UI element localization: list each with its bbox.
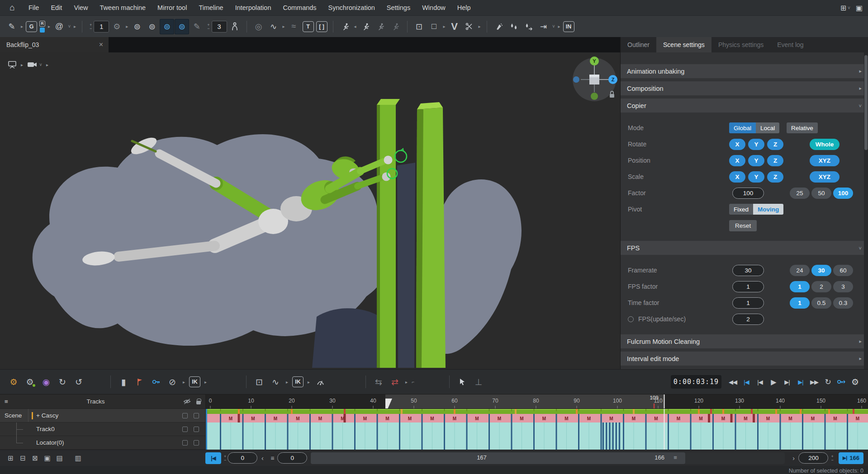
mode-global-button[interactable]: Global (729, 122, 756, 133)
track-checkbox[interactable] (182, 427, 188, 432)
t-pose-badge[interactable]: T (303, 21, 314, 32)
m-marker[interactable]: M (744, 416, 747, 421)
track-checkbox[interactable] (182, 440, 188, 446)
m-marker[interactable]: M (699, 416, 702, 421)
tracks-menu-icon[interactable]: ≡ (5, 398, 8, 405)
spray-tool-button[interactable] (492, 19, 506, 34)
viewport-3d[interactable]: ▸ ˅ ▸ Y (0, 52, 620, 369)
timecode-display[interactable]: 0:00:03:19 (671, 375, 721, 389)
position-y-button[interactable]: Y (748, 155, 764, 166)
ghost-trail-button[interactable]: ⇆ (371, 374, 386, 390)
start-frame-stepper[interactable]: +− (224, 455, 226, 462)
go-to-start-button[interactable]: |◀ (205, 452, 221, 464)
frame-selection-button[interactable]: ⊡ (252, 374, 266, 390)
m-marker[interactable]: M (677, 416, 680, 421)
timeline-canvas[interactable]: 0102030405060708090100110120130140150160… (206, 394, 868, 450)
time-factor-05-button[interactable]: 0.5 (811, 297, 831, 309)
framerate-input[interactable]: 30 (732, 265, 764, 276)
menu-settings[interactable]: Settings (381, 2, 416, 14)
chevron-right-icon[interactable]: ▸ (281, 19, 286, 34)
m-marker[interactable]: M (408, 416, 412, 421)
gizmo-lock-icon[interactable] (610, 91, 614, 98)
m-marker[interactable]: M (475, 416, 479, 421)
chevron-right-icon[interactable]: ▸ (19, 19, 24, 34)
playback-settings-button[interactable]: ⚙ (848, 375, 862, 389)
tab-scene-settings[interactable]: Scene settings (656, 37, 711, 52)
document-tab[interactable]: Backflip_03 × (0, 37, 109, 52)
fps-update-input[interactable]: 2 (732, 314, 764, 325)
camera-frame-button[interactable]: ⊡ (412, 19, 427, 34)
position-z-button[interactable]: Z (767, 155, 783, 166)
framerate-60-button[interactable]: 60 (833, 265, 853, 276)
close-icon[interactable]: × (99, 41, 103, 49)
suppress-button[interactable]: ⊘ (165, 374, 180, 390)
chevron-right-icon[interactable]: ▸ (72, 19, 77, 34)
end-frame-badge[interactable]: ▶| 166 (839, 452, 863, 464)
m-marker[interactable]: M (430, 416, 434, 421)
m-marker[interactable]: M (564, 416, 568, 421)
menu-tween-machine[interactable]: Tween machine (94, 2, 152, 14)
framerate-30-button[interactable]: 30 (811, 265, 831, 276)
m-marker[interactable]: M (721, 416, 725, 421)
position-xyz-button[interactable]: XYZ (810, 155, 840, 166)
run-mirror-button[interactable] (388, 19, 403, 34)
chevron-right-icon[interactable]: ▸ (306, 374, 311, 390)
m-marker[interactable]: M (341, 416, 344, 421)
keying-mode-4-button[interactable]: ⊚ (175, 19, 189, 34)
metronome-button[interactable] (313, 374, 327, 390)
cut-tool-button[interactable] (462, 19, 477, 34)
scale-xyz-button[interactable]: XYZ (810, 171, 840, 183)
menu-commands[interactable]: Commands (277, 2, 322, 14)
rotate-y-button[interactable]: Y (748, 139, 764, 150)
ik-badge[interactable]: IK (189, 376, 200, 387)
chevron-right-icon[interactable]: ▸ (124, 19, 129, 34)
chevron-right-icon[interactable]: ▸ (203, 374, 208, 390)
track-label[interactable]: Track0 (36, 426, 55, 432)
ballistic-mode-button[interactable]: ◉ (39, 374, 53, 390)
interval-size-input[interactable]: 1 (94, 21, 109, 33)
pivot-tool-button[interactable]: ⊥ (471, 374, 486, 390)
menu-mirror-tool[interactable]: Mirror tool (152, 2, 193, 14)
rotate-whole-button[interactable]: Whole (810, 139, 840, 150)
keying-mode-2-button[interactable]: ⊚ (145, 19, 159, 34)
menu-help[interactable]: Help (451, 2, 477, 14)
track-label[interactable]: + Cascy (36, 412, 58, 419)
chevron-right-icon[interactable]: ▸ (404, 374, 409, 390)
r-badge-stack[interactable]: R (39, 21, 45, 33)
track-checkbox[interactable] (182, 413, 188, 418)
factor-input[interactable]: 100 (732, 188, 764, 199)
lock-icon[interactable] (196, 401, 201, 404)
tab-physics-settings[interactable]: Physics settings (711, 37, 770, 52)
m-marker[interactable]: M (385, 416, 389, 421)
list-button[interactable]: ≡ (267, 453, 277, 464)
camera-view-button[interactable]: ˅ (25, 58, 44, 71)
next-page-button[interactable]: › (788, 453, 798, 464)
sync-mode-button[interactable]: ↻ (55, 374, 70, 390)
chevron-right-icon[interactable]: ▸ (181, 374, 186, 390)
scale-y-button[interactable]: Y (748, 171, 764, 183)
m-marker[interactable]: M (318, 416, 322, 421)
interval-brackets-badge[interactable]: [ ] (316, 21, 327, 32)
jump-interval-start-button[interactable]: |◀ (740, 375, 753, 389)
menu-file[interactable]: File (23, 2, 45, 14)
track-row-scene[interactable]: Scene + Cascy (0, 409, 205, 422)
duplicate-track-icon[interactable]: ▣ (41, 453, 53, 463)
chevron-right-icon[interactable]: ▸ (442, 19, 447, 34)
fps-factor-1-button[interactable]: 1 (790, 281, 810, 292)
fps-factor-3-button[interactable]: 3 (833, 281, 853, 292)
run-apply-button[interactable] (358, 19, 373, 34)
framerate-24-button[interactable]: 24 (790, 265, 810, 276)
g-badge[interactable]: G (26, 21, 37, 32)
panel-toggle-button[interactable]: ▣ (856, 4, 863, 12)
tab-event-log[interactable]: Event log (770, 37, 810, 52)
scene-group-label[interactable]: Scene (5, 412, 27, 419)
m-marker[interactable]: M (520, 416, 523, 421)
next-frame-button[interactable]: ▶| (780, 375, 794, 389)
m-marker[interactable]: M (856, 416, 859, 421)
rewind-button[interactable]: ◀◀ (726, 375, 740, 389)
tab-outliner[interactable]: Outliner (621, 37, 656, 52)
section-interval-edit[interactable]: Interval edit mode▸ (621, 352, 868, 366)
m-marker[interactable]: M (788, 416, 792, 421)
start-frame-input[interactable]: 0 (228, 452, 257, 464)
fluid-apply-button[interactable] (522, 19, 536, 34)
